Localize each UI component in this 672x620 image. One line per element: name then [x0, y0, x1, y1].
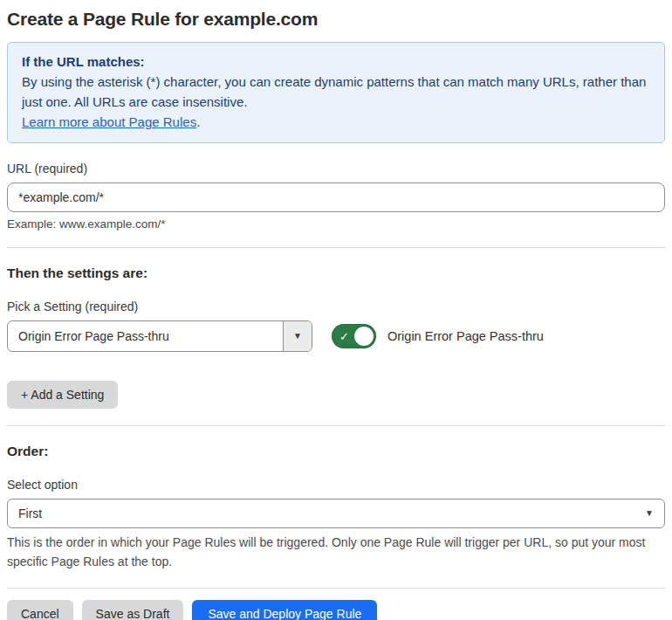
cancel-button[interactable]: Cancel	[7, 600, 73, 620]
setting-picker-label: Pick a Setting (required)	[7, 300, 665, 313]
check-icon: ✓	[339, 330, 349, 343]
save-deploy-button[interactable]: Save and Deploy Page Rule	[192, 600, 377, 620]
order-section-heading: Order:	[7, 444, 665, 459]
setting-dropdown-value: Origin Error Page Pass-thru	[8, 321, 283, 351]
footer-divider	[7, 588, 665, 589]
url-input[interactable]	[7, 183, 665, 212]
setting-dropdown-arrow-button[interactable]: ▼	[283, 321, 312, 351]
caret-down-icon: ▼	[645, 509, 654, 518]
settings-section-heading: Then the settings are:	[7, 265, 665, 281]
url-match-info-box: If the URL matches: By using the asteris…	[7, 42, 665, 143]
page-rule-form: Create a Page Rule for example.com If th…	[7, 9, 665, 620]
info-box-body: By using the asterisk (*) character, you…	[22, 72, 650, 112]
order-select-label: Select option	[7, 478, 665, 492]
order-select[interactable]: First ▼	[7, 499, 665, 528]
url-field-helper: Example: www.example.com/*	[7, 217, 665, 231]
info-link-suffix: .	[196, 114, 200, 129]
order-helper-text: This is the order in which your Page Rul…	[7, 533, 665, 571]
save-draft-button[interactable]: Save as Draft	[82, 600, 184, 620]
info-link-line: Learn more about Page Rules.	[22, 112, 650, 132]
setting-row: Origin Error Page Pass-thru ▼ ✓ Origin E…	[7, 320, 665, 352]
toggle-knob	[354, 327, 374, 346]
setting-dropdown[interactable]: Origin Error Page Pass-thru ▼	[7, 320, 312, 352]
section-divider	[7, 247, 665, 248]
page-title: Create a Page Rule for example.com	[7, 9, 665, 30]
add-setting-button[interactable]: + Add a Setting	[7, 381, 118, 409]
order-select-value: First	[18, 506, 42, 520]
setting-toggle-label: Origin Error Page Pass-thru	[387, 329, 544, 343]
learn-more-link[interactable]: Learn more about Page Rules	[22, 114, 196, 129]
url-field-label: URL (required)	[7, 162, 665, 176]
info-box-heading: If the URL matches:	[22, 52, 650, 72]
caret-down-icon: ▼	[293, 332, 302, 341]
footer-actions: Cancel Save as Draft Save and Deploy Pag…	[7, 600, 665, 620]
section-divider	[7, 425, 665, 426]
setting-toggle[interactable]: ✓	[332, 324, 376, 348]
